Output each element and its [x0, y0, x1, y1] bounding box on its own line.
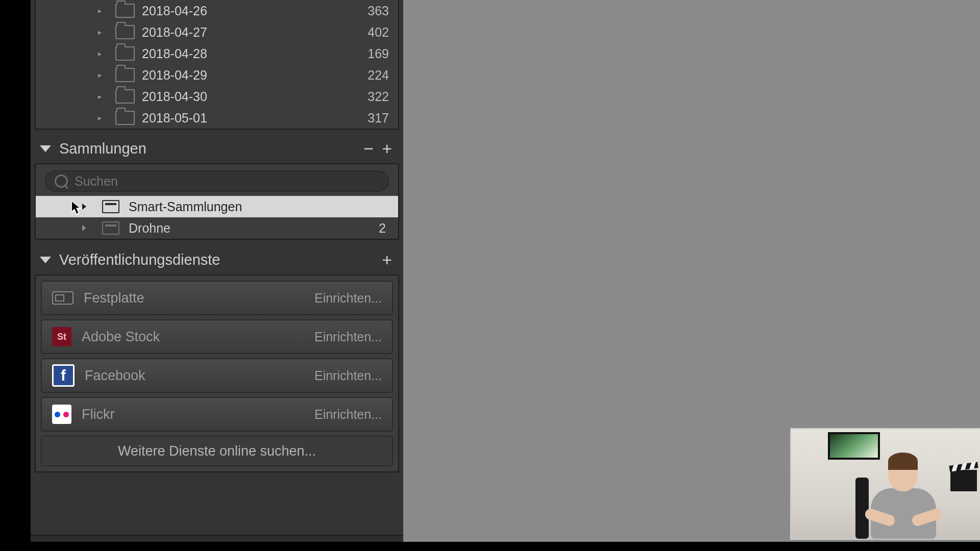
folder-count: 317 — [358, 111, 389, 126]
webcam-overlay — [791, 429, 980, 539]
disclosure-icon[interactable]: ▸ — [36, 28, 111, 36]
collection-count: 2 — [365, 221, 386, 236]
search-icon — [55, 174, 68, 188]
collections-minus-button[interactable]: − — [359, 140, 378, 157]
left-panel: ▸2018-04-26363▸2018-04-27402▸2018-04-281… — [31, 0, 403, 551]
service-setup-link[interactable]: Einrichten... — [314, 291, 382, 306]
folder-count: 169 — [358, 46, 389, 61]
folder-list: ▸2018-04-26363▸2018-04-27402▸2018-04-281… — [35, 0, 399, 130]
disclosure-icon[interactable]: ▸ — [36, 92, 111, 101]
harddrive-icon — [52, 291, 74, 305]
collections-search-wrap — [45, 170, 389, 192]
folder-row[interactable]: ▸2018-04-27402 — [36, 21, 398, 43]
disclosure-icon[interactable]: ▸ — [36, 114, 111, 122]
service-setup-link[interactable]: Einrichten... — [314, 407, 382, 422]
folder-icon — [115, 111, 135, 125]
folder-name: 2018-04-30 — [142, 89, 358, 104]
collection-name: Drohne — [129, 221, 365, 236]
folder-name: 2018-04-28 — [142, 46, 358, 61]
folder-count: 322 — [358, 89, 389, 104]
bottom-black-strip — [0, 542, 980, 551]
service-name: Adobe Stock — [82, 329, 314, 345]
folder-icon — [115, 4, 135, 18]
folder-icon — [115, 46, 135, 61]
service-setup-link[interactable]: Einrichten... — [314, 368, 382, 383]
collection-set-icon — [102, 221, 119, 235]
collection-name: Smart-Sammlungen — [129, 199, 365, 214]
collections-plus-button[interactable]: + — [378, 140, 396, 157]
publish-header[interactable]: Veröffentlichungsdienste + — [31, 243, 403, 274]
collapse-triangle-icon[interactable] — [40, 145, 51, 152]
find-more-services-button[interactable]: Weitere Dienste online suchen... — [41, 436, 393, 466]
folder-icon — [115, 68, 135, 82]
publish-plus-button[interactable]: + — [378, 251, 396, 268]
collection-set-icon — [102, 200, 119, 213]
publish-service-fb[interactable]: fFacebookEinrichten... — [41, 358, 393, 393]
folder-name: 2018-04-27 — [142, 25, 358, 40]
service-name: Festplatte — [84, 290, 314, 306]
service-name: Facebook — [85, 368, 314, 384]
disclosure-icon[interactable] — [36, 204, 102, 210]
publish-services-box: FestplatteEinrichten...StAdobe StockEinr… — [35, 274, 399, 472]
flickr-icon — [52, 405, 71, 424]
folder-icon — [115, 89, 135, 104]
collections-search-input[interactable] — [45, 170, 389, 192]
disclosure-icon[interactable]: ▸ — [36, 71, 111, 79]
folder-icon — [115, 25, 135, 39]
collection-row[interactable]: Drohne2 — [36, 217, 398, 239]
disclosure-icon[interactable]: ▸ — [36, 7, 111, 15]
folder-row[interactable]: ▸2018-05-01317 — [36, 107, 398, 129]
folder-row[interactable]: ▸2018-04-30322 — [36, 86, 398, 107]
disclosure-icon[interactable]: ▸ — [36, 49, 111, 58]
collection-row[interactable]: Smart-Sammlungen — [36, 196, 398, 217]
adobe-stock-icon: St — [52, 327, 71, 346]
service-setup-link[interactable]: Einrichten... — [314, 330, 382, 344]
publish-service-stock[interactable]: StAdobe StockEinrichten... — [41, 319, 393, 354]
folder-name: 2018-05-01 — [142, 111, 358, 126]
folder-row[interactable]: ▸2018-04-29224 — [36, 64, 398, 86]
collections-box: Smart-SammlungenDrohne2 — [35, 163, 399, 240]
panel-bottom-bar — [31, 535, 403, 542]
collections-title: Sammlungen — [59, 140, 359, 157]
folder-name: 2018-04-26 — [142, 4, 358, 18]
disclosure-icon[interactable] — [36, 225, 102, 231]
folder-count: 363 — [358, 4, 389, 18]
folder-count: 224 — [358, 68, 389, 83]
service-name: Flickr — [82, 407, 314, 422]
publish-title: Veröffentlichungsdienste — [59, 252, 378, 268]
collapse-triangle-icon[interactable] — [40, 257, 51, 263]
folder-row[interactable]: ▸2018-04-26363 — [36, 0, 398, 21]
publish-service-flickr[interactable]: FlickrEinrichten... — [41, 397, 393, 432]
publish-service-hd[interactable]: FestplatteEinrichten... — [41, 281, 393, 315]
folder-count: 402 — [358, 25, 389, 40]
folder-row[interactable]: ▸2018-04-28169 — [36, 43, 398, 64]
folder-name: 2018-04-29 — [142, 68, 358, 83]
facebook-icon: f — [52, 364, 75, 387]
left-edge-strip — [0, 0, 31, 551]
collections-header[interactable]: Sammlungen − + — [31, 132, 403, 163]
